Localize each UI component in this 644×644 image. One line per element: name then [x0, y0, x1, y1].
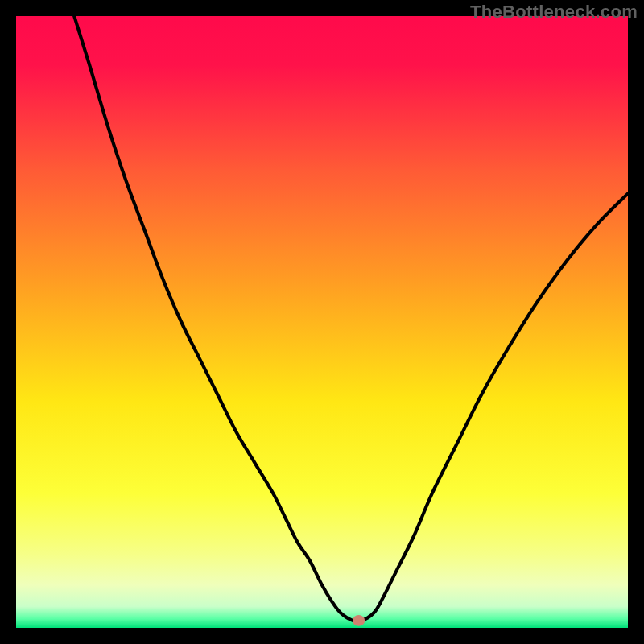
gradient-background [16, 16, 628, 628]
chart-container: TheBottleneck.com [0, 0, 644, 644]
optimal-point-marker [353, 615, 365, 626]
watermark-text: TheBottleneck.com [470, 2, 638, 23]
bottleneck-chart [16, 16, 628, 628]
